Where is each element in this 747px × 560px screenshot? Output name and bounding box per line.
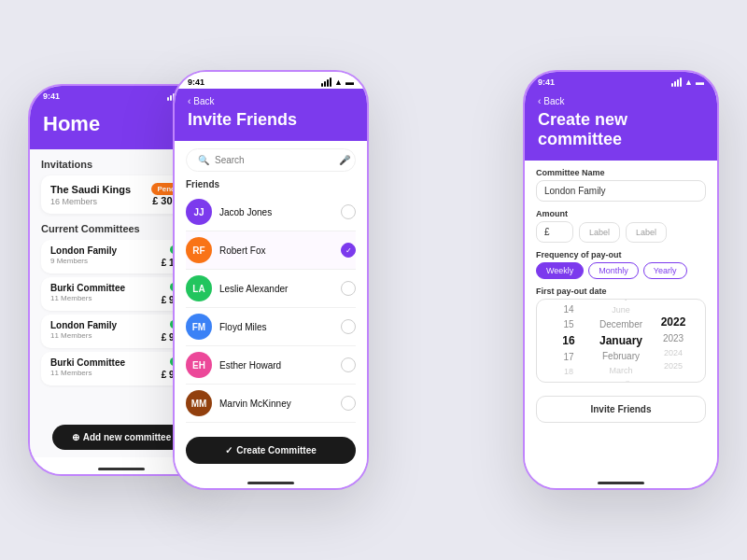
freq-monthly[interactable]: Monthly xyxy=(588,262,639,279)
friend-item-2[interactable]: RF Robert Fox ✓ xyxy=(186,231,356,270)
home-indicator-center xyxy=(247,482,294,484)
friend-item-1[interactable]: JJ Jacob Jones xyxy=(186,193,356,231)
signal-icon-r xyxy=(671,77,682,87)
committee-members-3: 11 Members xyxy=(50,331,92,340)
friend-avatar-3: LA xyxy=(186,275,212,301)
status-bar-center: 9:41 ▲ ▬ xyxy=(175,72,367,89)
committee-name-3: London Family xyxy=(50,320,117,330)
search-bar[interactable]: 🔍 🎤 xyxy=(186,148,356,172)
back-chevron-icon-r: ‹ xyxy=(538,96,541,106)
friend-avatar-4: FM xyxy=(186,314,212,340)
status-time-center: 9:41 xyxy=(188,77,204,87)
frequency-group: Frequency of pay-out Weekly Monthly Year… xyxy=(536,250,706,279)
add-btn-label: Add new committee xyxy=(83,432,171,442)
payout-date-label: First pay-out date xyxy=(536,287,706,296)
mic-icon: 🎤 xyxy=(339,155,350,165)
days-column: 13 14 15 16 17 18 19 xyxy=(543,305,595,376)
amount-group: Amount Label Label xyxy=(536,209,706,243)
friend-avatar-6: MM xyxy=(186,390,212,416)
friend-check-5[interactable] xyxy=(341,357,356,372)
wifi-icon-r: ▲ xyxy=(684,77,693,87)
phones-container: 9:41 ▲ ▬ Home Invitations The Saudi King… xyxy=(0,0,747,560)
bottom-bar-right xyxy=(525,471,717,488)
friend-item-3[interactable]: LA Leslie Alexander xyxy=(186,270,356,308)
home-indicator-left xyxy=(98,468,145,470)
create-form: Committee Name Amount Label Label Freque… xyxy=(525,161,717,471)
friend-check-1[interactable] xyxy=(341,204,356,219)
friend-name-1: Jacob Jones xyxy=(219,207,333,217)
months-column: May June December January February March… xyxy=(595,305,647,376)
frequency-options: Weekly Monthly Yearly xyxy=(536,262,706,279)
status-icons-center: ▲ ▬ xyxy=(321,77,354,87)
invite-content: 🔍 🎤 Friends JJ Jacob Jones RF Robert Fox… xyxy=(175,141,367,426)
committee-members-2: 11 Members xyxy=(50,294,92,302)
friend-avatar-2: RF xyxy=(186,237,212,263)
invitation-name: The Saudi Kings xyxy=(50,184,131,195)
create-header: ‹ Back Create new committee xyxy=(525,89,717,161)
label-btn-2[interactable]: Label xyxy=(626,222,667,243)
wifi-icon-c: ▲ xyxy=(334,77,343,87)
amount-label: Amount xyxy=(536,209,706,218)
search-input[interactable] xyxy=(215,155,333,165)
add-committee-button[interactable]: ⊕ Add new committee xyxy=(52,425,190,450)
friend-check-2[interactable]: ✓ xyxy=(341,243,356,258)
phone-create: 9:41 ▲ ▬ ‹ Back Create new committee Com… xyxy=(523,70,719,490)
committee-members-1: 9 Members xyxy=(50,257,88,265)
frequency-label: Frequency of pay-out xyxy=(536,250,706,259)
committee-name-input[interactable] xyxy=(536,180,706,202)
friend-item-4[interactable]: FM Floyd Miles xyxy=(186,308,356,346)
years-column: 2022 2023 2024 2025 xyxy=(647,305,699,376)
plus-icon: ⊕ xyxy=(72,432,79,442)
friend-avatar-1: JJ xyxy=(186,199,212,225)
label-btn-1[interactable]: Label xyxy=(579,222,620,243)
friend-check-4[interactable] xyxy=(341,319,356,334)
checkmark-icon: ✓ xyxy=(225,445,233,455)
friends-section-title: Friends xyxy=(186,179,356,189)
calendar-picker[interactable]: 13 14 15 16 17 18 19 May June December xyxy=(536,299,706,383)
freq-yearly[interactable]: Yearly xyxy=(643,262,687,279)
friend-name-4: Floyd Miles xyxy=(219,322,333,332)
phone-invite: 9:41 ▲ ▬ ‹ Back Invite Friends 🔍 🎤 xyxy=(173,70,369,490)
freq-weekly[interactable]: Weekly xyxy=(536,262,584,279)
bottom-bar-center xyxy=(175,471,367,488)
invite-header: ‹ Back Invite Friends xyxy=(175,89,367,141)
status-time-left: 9:41 xyxy=(43,91,60,101)
invitation-members: 16 Members xyxy=(50,197,97,206)
create-committee-button[interactable]: ✓ Create Committee xyxy=(186,437,356,464)
back-button-right[interactable]: ‹ Back xyxy=(538,96,704,106)
create-title: Create new committee xyxy=(538,110,704,149)
friend-check-3[interactable] xyxy=(341,281,356,296)
friend-name-6: Marvin McKinney xyxy=(219,399,333,409)
back-label-center: Back xyxy=(193,96,214,106)
home-indicator-right xyxy=(598,482,644,484)
committee-name-4: Burki Committee xyxy=(50,357,125,368)
friend-item-6[interactable]: MM Marvin McKinney xyxy=(186,385,356,423)
status-bar-right: 9:41 ▲ ▬ xyxy=(525,72,717,89)
friend-item-5[interactable]: EH Esther Howard xyxy=(186,346,356,385)
back-button-center[interactable]: ‹ Back xyxy=(188,96,354,106)
back-chevron-icon: ‹ xyxy=(188,96,190,106)
amount-symbol-input[interactable] xyxy=(536,221,573,243)
search-icon: 🔍 xyxy=(198,155,209,165)
committee-name-1: London Family xyxy=(50,245,117,256)
back-label-right: Back xyxy=(543,96,564,106)
create-btn-label: Create Committee xyxy=(236,445,317,455)
friend-avatar-5: EH xyxy=(186,352,212,378)
friend-check-6[interactable] xyxy=(341,396,356,411)
invite-friends-button[interactable]: Invite Friends xyxy=(536,396,706,423)
committee-members-4: 11 Members xyxy=(50,369,92,377)
friends-section: Friends JJ Jacob Jones RF Robert Fox ✓ L… xyxy=(175,179,367,426)
payout-date-group: First pay-out date 13 14 15 16 17 18 19 xyxy=(536,287,706,383)
status-time-right: 9:41 xyxy=(538,77,555,87)
friend-name-5: Esther Howard xyxy=(219,360,333,371)
invite-title: Invite Friends xyxy=(188,110,354,130)
committee-name-label: Committee Name xyxy=(536,168,706,177)
committee-name-group: Committee Name xyxy=(536,168,706,202)
friend-name-3: Leslie Alexander xyxy=(219,284,333,294)
friend-name-2: Robert Fox xyxy=(219,245,333,256)
signal-icon-c xyxy=(321,77,331,87)
battery-icon-r: ▬ xyxy=(696,77,704,87)
committee-name-2: Burki Committee xyxy=(50,283,125,293)
status-icons-right: ▲ ▬ xyxy=(671,77,704,87)
battery-icon-c: ▬ xyxy=(345,77,354,87)
